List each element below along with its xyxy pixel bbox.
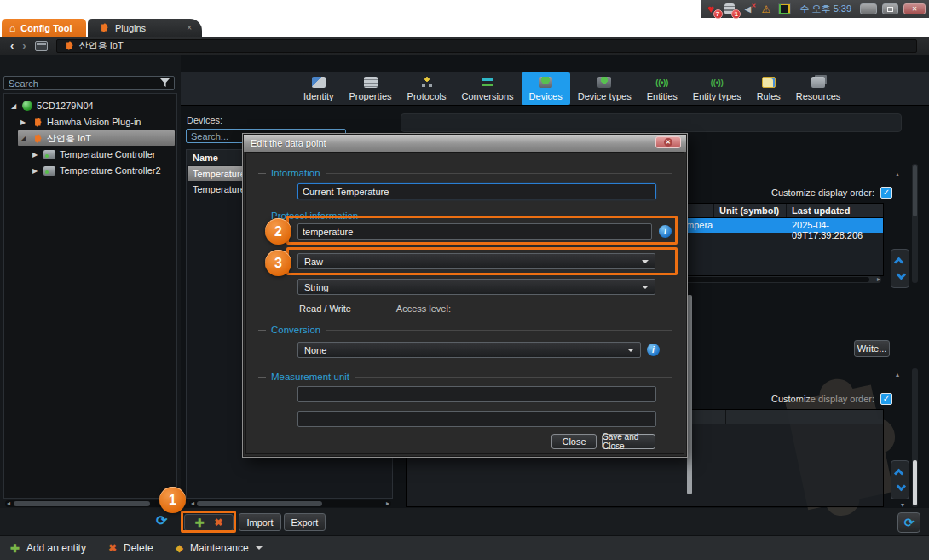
dialog-titlebar[interactable]: Edit the data point — [244, 135, 686, 152]
tree-item-hanwha-plugin[interactable]: Hanwha Vision Plug-in — [4, 114, 176, 130]
devices-hscrollbar[interactable] — [189, 500, 391, 507]
sidebar-hscrollbar[interactable] — [5, 500, 175, 507]
close-button-label: Close — [562, 436, 586, 447]
toolbar-properties[interactable]: Properties — [341, 72, 399, 105]
scroll-right-icon[interactable] — [877, 276, 880, 283]
tab-config-tool-label: Config Tool — [20, 23, 72, 33]
import-button[interactable]: Import — [239, 513, 281, 531]
scroll-up-icon[interactable] — [896, 171, 899, 178]
minimize-button[interactable] — [860, 3, 877, 14]
expanded-arrow-icon[interactable] — [9, 102, 18, 110]
write-vscrollbar[interactable] — [912, 368, 918, 507]
protocols-icon — [420, 77, 434, 88]
toolbar-device-types[interactable]: Device types — [570, 72, 639, 105]
back-icon[interactable] — [10, 40, 14, 51]
scroll-right-icon[interactable] — [386, 500, 389, 507]
callout-rect-add-remove — [181, 511, 236, 533]
collapsed-arrow-icon[interactable] — [31, 151, 39, 159]
toolbar-resources[interactable]: Resources — [788, 72, 849, 105]
partial-vscrollbar[interactable] — [687, 295, 692, 494]
tree-item-temperature-controller[interactable]: Temperature Controller — [4, 147, 176, 162]
refresh-right-button[interactable] — [897, 512, 920, 533]
name-input[interactable] — [297, 183, 656, 199]
customize-order-checkbox[interactable] — [880, 187, 892, 199]
tree-item-industrial-iot[interactable]: 산업용 IoT — [4, 130, 176, 146]
toolbar-protocols[interactable]: Protocols — [400, 72, 454, 105]
column-divider[interactable] — [713, 204, 714, 218]
toolbar-entity-types[interactable]: Entity types — [685, 72, 749, 105]
add-entity-button[interactable]: Add an entity — [10, 542, 86, 555]
section-label: Measurement unit — [271, 372, 349, 382]
save-and-close-button[interactable]: Save and Close — [602, 434, 655, 449]
tab-config-tool[interactable]: Config Tool — [2, 19, 86, 37]
sidebar-search[interactable] — [3, 76, 175, 90]
delete-button[interactable]: Delete — [108, 542, 153, 554]
divider — [355, 377, 672, 378]
column-divider[interactable] — [786, 204, 787, 218]
scrollbar-thumb[interactable] — [913, 165, 917, 216]
unit-name-input[interactable] — [297, 386, 656, 402]
scrollbar-thumb[interactable] — [197, 501, 322, 506]
refresh-icon[interactable] — [156, 514, 167, 528]
customize-order-checkbox[interactable] — [880, 393, 892, 405]
info-icon[interactable] — [647, 344, 660, 356]
measurement-section-header: Measurement unit — [258, 372, 672, 382]
column-last-updated[interactable]: Last updated — [792, 205, 850, 216]
collapsed-arrow-icon[interactable] — [31, 167, 39, 175]
tab-close-icon[interactable]: × — [187, 23, 192, 32]
scrollbar-thumb[interactable] — [913, 460, 917, 505]
conversion-dropdown[interactable]: None — [297, 342, 641, 358]
filter-icon[interactable] — [160, 78, 170, 88]
move-up-icon[interactable] — [894, 257, 903, 267]
toolbar-label: Identity — [303, 91, 333, 101]
maintenance-menu[interactable]: Maintenance — [176, 542, 263, 554]
close-icon — [912, 6, 918, 13]
write-button[interactable]: Write... — [854, 340, 890, 357]
export-button[interactable]: Export — [284, 513, 326, 531]
move-up-icon[interactable] — [894, 469, 903, 478]
toolbar-label: Entities — [647, 91, 678, 101]
toolbar-conversions[interactable]: Conversions — [453, 72, 521, 105]
warning-status-icon[interactable] — [759, 3, 773, 15]
toolbar-identity[interactable]: Identity — [296, 72, 341, 105]
tree-item-server[interactable]: 5CD1279N04 — [4, 98, 176, 113]
plugin-toolbar: Identity Properties Protocols Conversion… — [296, 72, 848, 105]
move-down-icon[interactable] — [897, 482, 906, 491]
move-down-icon[interactable] — [897, 270, 906, 280]
scroll-up-icon[interactable] — [896, 372, 899, 378]
sidebar-search-input[interactable] — [9, 78, 160, 89]
bars-chart-icon — [778, 3, 791, 14]
toolbar-rules[interactable]: Rules — [749, 72, 788, 105]
activity-status-icon[interactable] — [778, 3, 792, 15]
mute-x-icon — [751, 3, 756, 9]
column-unit[interactable]: Unit (symbol) — [719, 205, 779, 216]
audio-muted-icon[interactable] — [741, 3, 754, 15]
puzzle-icon — [32, 133, 43, 144]
open-window-icon[interactable] — [35, 41, 48, 51]
datapoint-last-updated: 2025-04-09T17:39:28.206 — [792, 220, 883, 240]
dialog-close-button[interactable] — [655, 136, 681, 148]
divider — [258, 173, 266, 174]
value-type-dropdown[interactable]: String — [297, 279, 655, 295]
tab-plugins[interactable]: Plugins × — [88, 19, 202, 37]
tree-item-temperature-controller2[interactable]: Temperature Controller2 — [4, 163, 176, 178]
scroll-left-icon[interactable] — [7, 500, 10, 507]
scroll-left-icon[interactable] — [191, 500, 194, 507]
column-divider[interactable] — [725, 410, 726, 424]
dialog-close-action-button[interactable]: Close — [551, 434, 597, 449]
collapsed-arrow-icon[interactable] — [19, 118, 27, 126]
forward-icon[interactable] — [22, 40, 26, 51]
scrollbar-thumb[interactable] — [14, 501, 150, 506]
toolbar-devices[interactable]: Devices — [522, 72, 570, 105]
scroll-down-icon[interactable] — [901, 502, 904, 509]
expanded-arrow-icon[interactable] — [19, 135, 27, 142]
database-status-icon[interactable]: 1 — [723, 3, 736, 15]
datapoints-header-bar[interactable] — [401, 113, 902, 132]
unit-symbol-input[interactable] — [297, 411, 656, 427]
health-status-icon[interactable]: 7 — [704, 3, 718, 15]
toolbar-entities[interactable]: Entities — [639, 72, 685, 105]
close-button[interactable] — [903, 3, 926, 14]
maximize-button[interactable] — [882, 3, 899, 14]
datapoints-vscrollbar[interactable] — [912, 164, 918, 283]
breadcrumb[interactable]: 산업용 IoT — [56, 39, 917, 53]
